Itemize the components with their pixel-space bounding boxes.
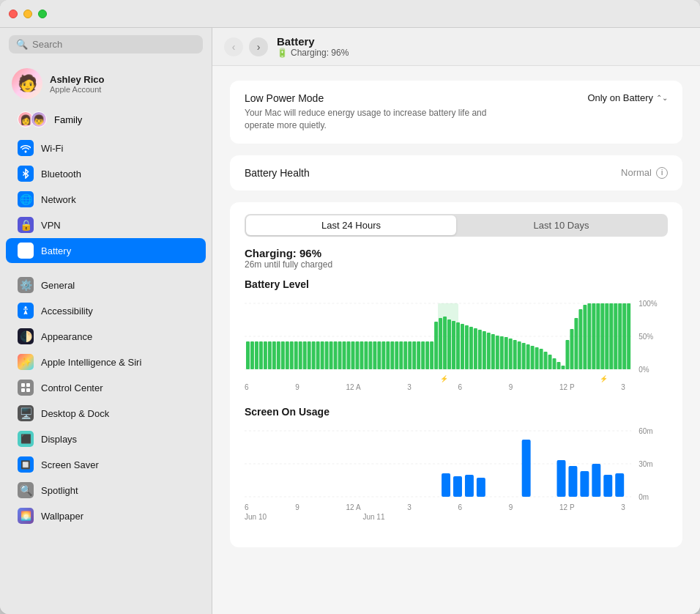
sidebar-item-spotlight[interactable]: 🔍 Spotlight — [6, 478, 206, 503]
sidebar-item-family[interactable]: 👩 👦 Family — [6, 106, 206, 133]
minimize-button[interactable] — [23, 10, 32, 18]
user-sub: Apple Account — [50, 85, 104, 94]
svg-rect-78 — [544, 352, 548, 369]
displays-label: Displays — [41, 434, 77, 445]
sidebar-item-battery[interactable]: 🔋 Battery — [6, 238, 206, 263]
sidebar-item-desktop-dock[interactable]: 🖥️ Desktop & Dock — [6, 401, 206, 426]
svg-rect-23 — [303, 341, 307, 369]
svg-rect-52 — [430, 341, 433, 369]
sidebar-item-wifi[interactable]: Wi-Fi — [6, 136, 206, 160]
battery-x-labels: 6 9 12 A 3 6 9 12 P 3 — [245, 383, 668, 391]
family-label: Family — [54, 114, 82, 125]
sidebar-item-screen-saver[interactable]: 🔲 Screen Saver — [6, 452, 206, 477]
low-power-select[interactable]: Only on Battery ⌃⌄ — [587, 92, 668, 103]
family-avatars: 👩 👦 — [18, 111, 47, 127]
svg-rect-25 — [312, 341, 316, 369]
battery-health-status: Normal — [621, 167, 652, 178]
screen-usage-label: Screen On Usage — [245, 406, 668, 418]
svg-text:⚡: ⚡ — [600, 374, 608, 383]
svg-rect-22 — [299, 341, 302, 369]
sidebar-item-accessibility[interactable]: Accessibility — [6, 298, 206, 323]
sidebar-item-wallpaper[interactable]: 🌅 Wallpaper — [6, 503, 206, 528]
battery-label: Battery — [41, 245, 71, 256]
svg-rect-15 — [268, 341, 272, 369]
sidebar-section-system: ⚙️ General Accessibility 🌓 Appearance — [0, 273, 212, 529]
battery-health-label: Battery Health — [245, 167, 310, 179]
sidebar-item-displays[interactable]: ⬛ Displays — [6, 426, 206, 451]
svg-rect-33 — [347, 341, 351, 369]
sidebar-item-bluetooth[interactable]: Bluetooth — [6, 161, 206, 186]
sidebar-item-control-center[interactable]: Control Center — [6, 375, 206, 400]
svg-rect-30 — [334, 341, 338, 369]
screen-usage-svg: 60m 30m 0m — [245, 423, 668, 504]
svg-rect-69 — [504, 337, 508, 369]
sidebar-item-network[interactable]: 🌐 Network — [6, 187, 206, 212]
low-power-title: Low Power Mode — [245, 92, 587, 104]
sidebar-item-general[interactable]: ⚙️ General — [6, 273, 206, 297]
sidebar-item-siri[interactable]: ✨ Apple Intelligence & Siri — [6, 349, 206, 374]
svg-rect-83 — [565, 340, 569, 369]
back-button[interactable]: ‹ — [224, 37, 243, 56]
svg-rect-24 — [308, 341, 311, 369]
header-title-area: Battery 🔋 Charging: 96% — [277, 35, 349, 58]
appearance-label: Appearance — [41, 331, 92, 342]
battery-chart-container: 100% 50% 0% ⚡ ⚡ 6 9 12 A — [245, 296, 668, 391]
svg-rect-36 — [360, 341, 363, 369]
svg-rect-38 — [368, 341, 372, 369]
svg-rect-37 — [364, 341, 368, 369]
svg-rect-40 — [377, 341, 381, 369]
search-bar[interactable]: 🔍 — [9, 35, 203, 53]
svg-rect-49 — [417, 341, 420, 369]
screen-saver-label: Screen Saver — [41, 459, 99, 470]
siri-label: Apple Intelligence & Siri — [41, 357, 141, 368]
svg-rect-4 — [26, 388, 30, 392]
svg-rect-79 — [548, 355, 552, 369]
sidebar-item-vpn[interactable]: 🔒 VPN — [6, 212, 206, 237]
info-button[interactable]: i — [656, 167, 668, 179]
svg-rect-108 — [465, 475, 474, 497]
svg-rect-96 — [622, 303, 626, 369]
svg-rect-88 — [587, 303, 591, 369]
search-input[interactable] — [32, 39, 196, 50]
svg-rect-85 — [574, 318, 578, 369]
svg-rect-59 — [461, 324, 464, 369]
sidebar-item-appearance[interactable]: 🌓 Appearance — [6, 324, 206, 349]
page-title: Battery — [277, 35, 349, 48]
screen-chart-container: 60m 30m 0m 6 9 12 A 3 6 9 — [245, 423, 668, 521]
svg-rect-2 — [26, 383, 30, 387]
svg-rect-10 — [246, 341, 250, 369]
tab-last-24-hours[interactable]: Last 24 Hours — [246, 215, 456, 235]
svg-rect-26 — [316, 341, 320, 369]
svg-text:0m: 0m — [638, 493, 649, 501]
user-profile[interactable]: 🧑 Ashley Rico Apple Account — [0, 61, 212, 106]
svg-rect-28 — [325, 341, 329, 369]
svg-rect-44 — [395, 341, 398, 369]
svg-rect-3 — [21, 388, 25, 392]
svg-text:⚡: ⚡ — [440, 374, 449, 383]
avatar: 🧑 — [12, 68, 42, 99]
svg-rect-93 — [609, 303, 613, 369]
forward-button[interactable]: › — [249, 37, 268, 56]
svg-rect-45 — [399, 341, 403, 369]
svg-rect-84 — [570, 329, 573, 369]
svg-rect-53 — [434, 322, 438, 369]
svg-rect-16 — [272, 341, 276, 369]
svg-rect-111 — [557, 460, 566, 497]
svg-rect-31 — [338, 341, 342, 369]
svg-rect-34 — [351, 341, 354, 369]
svg-rect-77 — [540, 349, 543, 369]
system-preferences-window: 🔍 🧑 Ashley Rico Apple Account 👩 👦 Family — [0, 0, 700, 614]
svg-rect-47 — [408, 341, 412, 369]
tab-last-10-days[interactable]: Last 10 Days — [456, 215, 666, 235]
bluetooth-label: Bluetooth — [41, 169, 81, 180]
close-button[interactable] — [9, 10, 18, 18]
svg-rect-66 — [491, 334, 495, 369]
svg-rect-14 — [264, 341, 267, 369]
spotlight-icon: 🔍 — [18, 482, 34, 498]
maximize-button[interactable] — [38, 10, 47, 18]
svg-rect-76 — [535, 347, 539, 369]
svg-rect-54 — [439, 318, 442, 369]
general-label: General — [41, 280, 75, 291]
svg-rect-32 — [343, 341, 346, 369]
svg-rect-71 — [513, 340, 517, 369]
